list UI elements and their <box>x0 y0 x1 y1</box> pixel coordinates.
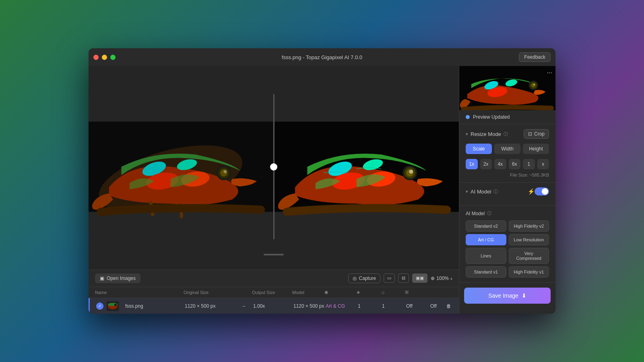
titlebar: fsss.png - Topaz Gigapixel AI 7.0.0 Feed… <box>89 48 555 66</box>
ai-model-title: AI Model <box>471 189 491 195</box>
canvas-top-space <box>89 66 459 94</box>
ai-model-picker-title: AI Model <box>466 211 485 216</box>
resize-info-icon[interactable]: ⓘ <box>504 131 508 137</box>
image-compare[interactable] <box>89 94 459 239</box>
zoom-icon: ⊕ <box>431 276 435 281</box>
open-images-button[interactable]: ▣ Open Images <box>95 274 140 283</box>
model-very-compressed-button[interactable]: Very Compressed <box>509 248 549 264</box>
mode-height-button[interactable]: Height <box>523 144 549 154</box>
zoom-chevron-icon[interactable]: ▴ <box>450 276 452 280</box>
col-icon3: ☺ <box>381 290 405 295</box>
svg-point-18 <box>409 170 413 174</box>
col-icon4: ⊞ <box>405 290 429 295</box>
crop-button[interactable]: ⊡ Crop <box>524 129 549 139</box>
bottom-toolbar: ▣ Open Images ◎ Capture ▭ ⊟ ▣▣ ⊕ 10 <box>89 270 459 287</box>
svg-point-8 <box>220 169 227 177</box>
col-icon2: ◈ <box>357 290 381 295</box>
image-enhanced <box>275 94 459 239</box>
arrow-icon: → <box>241 303 253 309</box>
view-side-button[interactable]: ▣▣ <box>412 274 427 283</box>
canvas-area: ▣ Open Images ◎ Capture ▭ ⊟ ▣▣ ⊕ 10 <box>89 66 459 314</box>
mode-scale-button[interactable]: Scale <box>466 144 492 154</box>
check-icon: ✓ <box>96 302 103 310</box>
svg-point-30 <box>533 84 535 85</box>
ai-model-chevron-icon[interactable]: ▾ <box>466 189 468 194</box>
scale-6x-button[interactable]: 6x <box>509 159 521 169</box>
image-original <box>89 94 273 239</box>
mode-width-button[interactable]: Width <box>494 144 520 154</box>
bottom-bar: ▣ Open Images ◎ Capture ▭ ⊟ ▣▣ ⊕ 10 <box>89 269 459 314</box>
maximize-button[interactable] <box>110 55 116 60</box>
resize-chevron-icon[interactable]: ▾ <box>466 132 468 137</box>
close-button[interactable] <box>93 55 99 60</box>
file-name-cell: ✓ fsss.png <box>96 301 185 311</box>
model-standard-v2-button[interactable]: Standard v2 <box>466 220 506 232</box>
model-low-resolution-button[interactable]: Low Resolution <box>509 234 549 245</box>
zoom-display: ⊕ 100% ▴ <box>431 276 452 281</box>
output-size: 1120 × 500 px <box>293 303 326 309</box>
ai-model-picker-info-icon[interactable]: ⓘ <box>487 210 491 216</box>
image-icon: ▣ <box>100 276 104 281</box>
save-label: Save Image <box>488 292 518 299</box>
ai-model-toggle[interactable] <box>535 187 549 195</box>
divider-handle[interactable] <box>270 163 277 171</box>
model-high-fidelity-v1-button[interactable]: High Fidelity v1 <box>509 266 549 278</box>
col-icon1: ◉ <box>324 290 357 295</box>
resize-mode-section: ▾ Resize Mode ⓘ ⊡ Crop Scale Width Heigh… <box>459 124 555 183</box>
ai-model-toggle-row: ⚡ <box>528 187 549 195</box>
main-content: ▣ Open Images ◎ Capture ▭ ⊟ ▣▣ ⊕ 10 <box>89 66 555 314</box>
more-button[interactable]: ··· <box>547 69 552 76</box>
ai-model-picker: AI Model ⓘ Standard v2 High Fidelity v2 … <box>459 206 555 283</box>
scale-value: 1.00x <box>253 303 293 309</box>
original-size: 1120 × 500 px <box>185 303 241 309</box>
feedback-button[interactable]: Feedback <box>519 52 551 62</box>
view-split-button[interactable]: ⊟ <box>398 274 409 283</box>
scale-buttons: 1x 2x 4x 6x 1 x <box>466 159 549 169</box>
capture-button[interactable]: ◎ Capture <box>348 274 381 283</box>
window-title: fsss.png - Topaz Gigapixel AI 7.0.0 <box>282 54 362 60</box>
view-single-button[interactable]: ▭ <box>384 274 395 283</box>
lightning-icon: ⚡ <box>528 188 535 195</box>
val4: Off <box>430 303 446 309</box>
scale-1-button[interactable]: 1 <box>523 159 535 169</box>
svg-point-22 <box>114 304 117 306</box>
image-divider[interactable] <box>273 94 275 239</box>
delete-icon[interactable]: 🗑 <box>446 303 459 309</box>
model-art-cg-button[interactable]: Art / CG <box>466 234 506 245</box>
col-name: Name <box>95 290 184 295</box>
scale-1x-button[interactable]: 1x <box>466 159 478 169</box>
col-model: Model <box>292 290 324 295</box>
scale-x-button[interactable]: x <box>537 159 549 169</box>
model-lines-button[interactable]: Lines <box>466 248 506 264</box>
ai-model-title-row: ▾ AI Model ⓘ <box>466 189 498 195</box>
minimize-button[interactable] <box>102 55 107 60</box>
preview-status-dot <box>466 115 470 119</box>
ai-model-info-icon[interactable]: ⓘ <box>493 189 498 195</box>
preview-updated-bar: Preview Updated <box>459 110 555 124</box>
resize-mode-title: Resize Mode <box>471 131 501 137</box>
save-icon: ⬇ <box>522 292 526 299</box>
file-thumbnail <box>107 301 119 311</box>
preview-status-text: Preview Updated <box>473 114 510 120</box>
save-image-button[interactable]: Save Image ⬇ <box>464 288 551 304</box>
table-header: Name Original Size Output Size Model ◉ ◈… <box>89 287 459 298</box>
mode-buttons: Scale Width Height <box>466 144 549 154</box>
model-high-fidelity-v2-button[interactable]: High Fidelity v2 <box>509 220 549 232</box>
camera-icon: ◎ <box>353 276 357 281</box>
model-standard-v1-button[interactable]: Standard v1 <box>466 266 506 278</box>
scale-2x-button[interactable]: 2x <box>480 159 492 169</box>
table-row[interactable]: ✓ fsss.png 1120 × 500 px → <box>89 298 459 314</box>
file-size-text: File Size: ~585.3KB <box>466 173 549 177</box>
traffic-lights <box>93 55 116 60</box>
scale-4x-button[interactable]: 4x <box>494 159 506 169</box>
svg-point-9 <box>223 170 227 173</box>
sidebar: ··· Preview Updated ▾ Resize Mode ⓘ ⊡ <box>459 66 555 314</box>
app-window: fsss.png - Topaz Gigapixel AI 7.0.0 Feed… <box>89 48 555 314</box>
toolbar-right: ◎ Capture ▭ ⊟ ▣▣ ⊕ 100% ▴ <box>348 274 452 283</box>
model-label: Art & CG <box>326 303 358 309</box>
col-output-size: Output Size <box>252 290 292 295</box>
val3: Off <box>406 303 430 309</box>
crop-icon: ⊡ <box>528 131 532 137</box>
resize-mode-header: ▾ Resize Mode ⓘ ⊡ Crop <box>466 129 549 139</box>
canvas-bottom <box>89 239 459 269</box>
